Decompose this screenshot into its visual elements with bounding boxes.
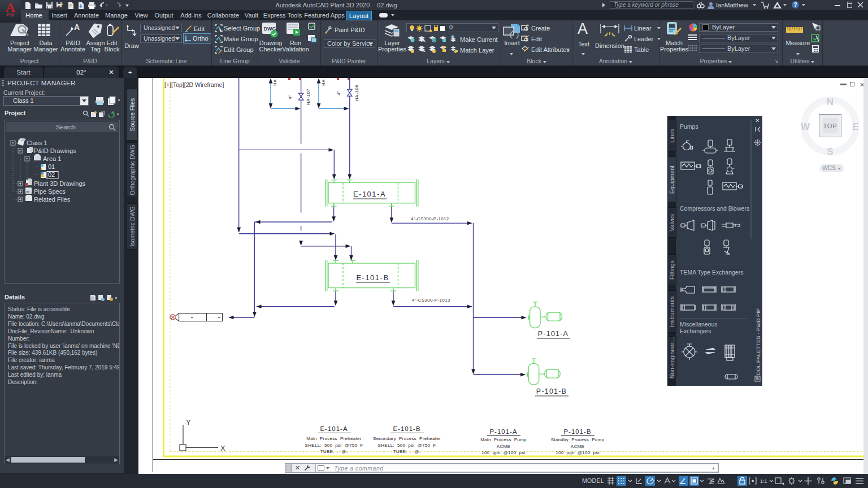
svg-text:1:1: 1:1 (760, 478, 767, 484)
svg-text:P-101-B: P-101-B (536, 387, 567, 395)
svg-text:ab: ab (26, 190, 30, 193)
svg-text:Pipe Specs: Pipe Specs (34, 188, 66, 195)
svg-text:Standby Process Pump: Standby Process Pump (551, 437, 605, 442)
svg-text:SHELL: 500 psi @750 F: SHELL: 500 psi @750 F (378, 443, 436, 448)
svg-text:P-101-A: P-101-A (489, 428, 517, 435)
svg-text:X: X (220, 444, 225, 452)
svg-text:Secondary Process Preheater: Secondary Process Preheater (373, 436, 441, 441)
svg-text:HA-106: HA-106 (354, 85, 359, 101)
svg-text:Main Process Pump: Main Process Pump (480, 437, 527, 442)
svg-text:100 pgh @100 psi: 100 pgh @100 psi (555, 450, 599, 455)
svg-text:[+][Top][2D Wireframe]: [+][Top][2D Wireframe] (164, 81, 224, 88)
svg-text:4": 4" (336, 91, 341, 95)
svg-text:4"-CS300-P-1012: 4"-CS300-P-1012 (411, 216, 449, 221)
svg-text:Class 1: Class 1 (27, 140, 47, 146)
svg-text:TUBE: . @.: TUBE: . @. (393, 449, 421, 454)
svg-text:HA: HA (272, 79, 277, 86)
svg-text:E-101-B: E-101-B (393, 425, 420, 432)
svg-text:Area 1: Area 1 (43, 155, 61, 162)
svg-text:01: 01 (48, 163, 55, 170)
svg-text:4"-CS300-P-1013: 4"-CS300-P-1013 (412, 298, 450, 303)
svg-text:Main Process Preheater: Main Process Preheater (306, 436, 361, 441)
svg-text:P-101-A: P-101-A (538, 330, 568, 338)
svg-text:E-101-A: E-101-A (320, 425, 348, 432)
svg-text:Y: Y (186, 418, 191, 426)
svg-text:P&ID Drawings: P&ID Drawings (34, 147, 76, 154)
svg-text:ACME: ACME (497, 444, 510, 449)
svg-text:HA-107: HA-107 (306, 89, 311, 105)
svg-text:E-101-A: E-101-A (353, 190, 386, 198)
svg-text:100 gph @100 psi: 100 gph @100 psi (481, 450, 525, 455)
svg-text:SHELL: 500 psi @750 F: SHELL: 500 psi @750 F (305, 443, 363, 448)
svg-text:HA: HA (321, 79, 326, 86)
svg-text:02: 02 (48, 171, 55, 178)
svg-text:4": 4" (288, 95, 293, 99)
svg-text:P-101-B: P-101-B (563, 428, 591, 435)
svg-text:E-101-B: E-101-B (356, 273, 389, 282)
svg-text:Plant 3D Drawings: Plant 3D Drawings (34, 180, 86, 187)
svg-text:TUBE: . @.: TUBE: . @. (320, 449, 348, 454)
svg-text:A: A (74, 23, 80, 32)
svg-text:ACME: ACME (571, 444, 584, 449)
svg-text:Related Files: Related Files (34, 196, 71, 203)
